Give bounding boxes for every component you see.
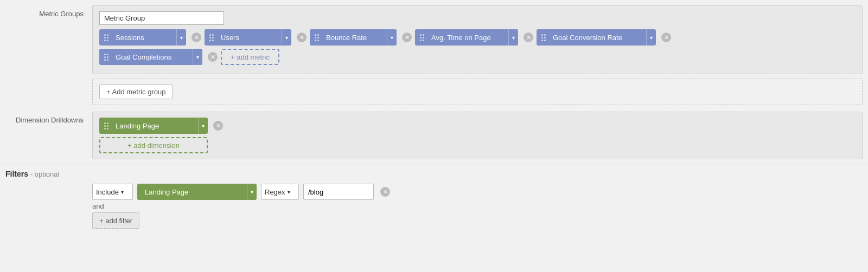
regex-select[interactable]: Regex ▾ <box>261 184 299 200</box>
landing-page-dimension-chevron-icon: ▾ <box>202 123 205 129</box>
bounce-rate-chevron-icon: ▾ <box>391 35 393 41</box>
add-metric-group-section: + Add metric group <box>92 79 863 105</box>
users-dropdown[interactable]: ▾ <box>282 29 291 46</box>
filter-close-button[interactable]: ✕ <box>380 187 390 197</box>
dimension-row: Landing Page ▾ ✕ <box>99 118 856 134</box>
goal-completions-pill: Goal Completions ▾ <box>99 49 202 65</box>
dimension-drilldowns-label: Dimension Drilldowns <box>0 112 92 124</box>
users-label: Users <box>219 34 282 42</box>
filters-title-text: Filters <box>5 170 28 178</box>
add-metric-group-button[interactable]: + Add metric group <box>99 85 173 99</box>
filter-dimension-pill: Landing Page ▾ <box>137 184 257 200</box>
regex-label: Regex <box>265 188 285 196</box>
include-select[interactable]: Include ▾ <box>92 184 133 200</box>
goal-conversion-dropdown[interactable]: ▾ <box>646 29 656 46</box>
landing-page-dimension-close-button[interactable]: ✕ <box>213 121 223 131</box>
filters-optional-text: - optional <box>30 170 59 178</box>
metric-group-name-input[interactable] <box>99 11 224 25</box>
filter-value-input[interactable] <box>303 184 374 200</box>
goal-completions-label: Goal Completions <box>113 53 193 61</box>
dimension-drilldowns-content: Landing Page ▾ ✕ + add dimension <box>92 112 863 159</box>
sessions-dropdown[interactable]: ▾ <box>176 29 186 46</box>
goal-conversion-drag-handle[interactable] <box>537 34 551 41</box>
metric-groups-section: Metric Groups Sessions ▾ ✕ Users ▾ ✕ <box>0 5 868 74</box>
landing-page-drag-handle[interactable] <box>99 122 113 129</box>
bounce-rate-label: Bounce Rate <box>324 34 387 42</box>
filter-row: Include ▾ Landing Page ▾ Regex ▾ ✕ <box>0 184 868 200</box>
regex-chevron-icon: ▾ <box>288 189 290 195</box>
include-label: Include <box>96 188 119 196</box>
users-drag-handle[interactable] <box>205 34 219 41</box>
goal-conversion-close-button[interactable]: ✕ <box>661 33 671 42</box>
add-dimension-button[interactable]: + add dimension <box>99 137 208 153</box>
bounce-rate-dropdown[interactable]: ▾ <box>387 29 397 46</box>
metrics-row-1: Sessions ▾ ✕ Users ▾ ✕ Bounce Rate ▾ <box>99 29 856 46</box>
include-chevron-icon: ▾ <box>121 189 124 195</box>
users-close-button[interactable]: ✕ <box>297 33 307 42</box>
goal-conversion-pill: Goal Conversion Rate ▾ <box>537 29 656 46</box>
avg-time-dropdown[interactable]: ▾ <box>508 29 518 46</box>
sessions-pill: Sessions ▾ <box>99 29 186 46</box>
landing-page-dimension-label: Landing Page <box>113 122 198 130</box>
and-label: and <box>0 202 868 210</box>
avg-time-drag-handle[interactable] <box>415 34 429 41</box>
filter-dimension-chevron-icon: ▾ <box>251 189 253 195</box>
add-filter-button[interactable]: + add filter <box>92 212 139 229</box>
goal-completions-drag-handle[interactable] <box>99 54 113 61</box>
metric-groups-content: Sessions ▾ ✕ Users ▾ ✕ Bounce Rate ▾ <box>92 5 863 74</box>
sessions-close-button[interactable]: ✕ <box>192 33 201 42</box>
goal-completions-close-button[interactable]: ✕ <box>208 52 218 62</box>
sessions-chevron-icon: ▾ <box>180 35 183 41</box>
users-pill: Users ▾ <box>205 29 291 46</box>
bounce-rate-drag-handle[interactable] <box>310 34 324 41</box>
avg-time-label: Avg. Time on Page <box>429 34 508 42</box>
filter-dimension-dropdown[interactable]: ▾ <box>247 184 257 200</box>
landing-page-dimension-dropdown[interactable]: ▾ <box>198 118 208 134</box>
sessions-label: Sessions <box>113 34 176 42</box>
metrics-row-2: Goal Completions ▾ ✕ + add metric <box>99 49 856 65</box>
users-chevron-icon: ▾ <box>285 35 288 41</box>
avg-time-close-button[interactable]: ✕ <box>524 33 533 42</box>
goal-completions-chevron-icon: ▾ <box>196 54 199 60</box>
avg-time-pill: Avg. Time on Page ▾ <box>415 29 518 46</box>
landing-page-dimension-pill: Landing Page ▾ <box>99 118 208 134</box>
sessions-drag-handle[interactable] <box>99 34 113 41</box>
filters-title: Filters - optional <box>0 170 868 178</box>
dimension-drilldowns-section: Dimension Drilldowns Landing Page ▾ ✕ + … <box>0 112 868 159</box>
add-metric-button[interactable]: + add metric <box>221 49 279 65</box>
filters-section: Filters - optional Include ▾ Landing Pag… <box>0 164 868 229</box>
avg-time-chevron-icon: ▾ <box>512 35 515 41</box>
goal-completions-dropdown[interactable]: ▾ <box>193 49 202 65</box>
goal-conversion-label: Goal Conversion Rate <box>551 34 646 42</box>
bounce-rate-pill: Bounce Rate ▾ <box>310 29 397 46</box>
filter-dimension-label: Landing Page <box>143 188 247 196</box>
bounce-rate-close-button[interactable]: ✕ <box>402 33 412 42</box>
metric-groups-label: Metric Groups <box>0 5 92 18</box>
add-filter-row: + add filter <box>0 212 868 229</box>
goal-conversion-chevron-icon: ▾ <box>650 35 653 41</box>
